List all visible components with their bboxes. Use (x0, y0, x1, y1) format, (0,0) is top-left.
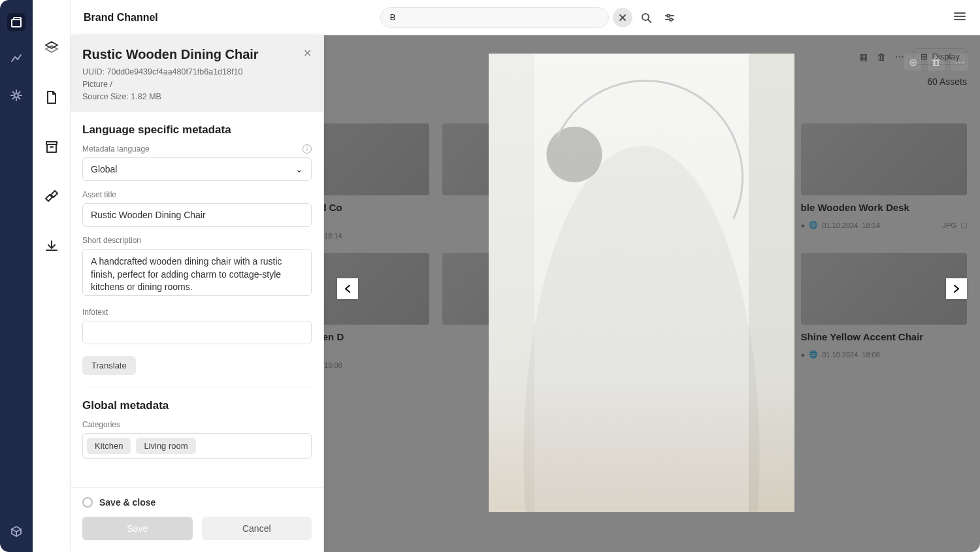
search-input[interactable] (380, 7, 609, 28)
section-global-header: Global metadata (82, 399, 312, 412)
details-panel: Rustic Wooden Dining Chair ✕ UUID: 70dd0… (71, 35, 324, 552)
metadata-lang-label: Metadata language (82, 144, 150, 154)
category-chip[interactable]: Kitchen (87, 438, 131, 454)
svg-point-16 (667, 14, 670, 17)
asset-title-label: Asset title (82, 190, 116, 199)
preview-image (489, 54, 794, 512)
search-icon[interactable] (636, 8, 656, 27)
svg-rect-1 (14, 18, 21, 20)
nav-rail (0, 0, 33, 552)
rail-cube-icon[interactable] (7, 522, 25, 540)
link-icon[interactable] (40, 185, 63, 208)
tool-column (33, 0, 71, 552)
menu-icon[interactable] (953, 9, 967, 26)
panel-title: Rustic Wooden Dining Chair (82, 47, 310, 62)
category-chip[interactable]: Living room (136, 438, 195, 454)
top-bar: Brand Channel (71, 0, 980, 35)
archive-icon[interactable] (40, 135, 63, 159)
overlay-delete-icon[interactable]: 🗑 (928, 54, 945, 71)
infotext-input[interactable] (82, 321, 312, 344)
next-asset-button[interactable] (946, 278, 967, 299)
chevron-down-icon: ⌄ (295, 164, 303, 174)
rail-settings-icon[interactable] (7, 86, 25, 105)
metadata-lang-select[interactable]: Global ⌄ (82, 157, 312, 181)
cancel-button[interactable]: Cancel (202, 517, 312, 540)
search-clear-icon[interactable] (613, 8, 632, 27)
brand-title: Brand Channel (84, 12, 158, 24)
overlay-more-icon[interactable]: ⋯ (951, 54, 968, 71)
svg-point-2 (14, 93, 18, 97)
info-icon[interactable]: i (302, 144, 312, 154)
infotext-label: Infotext (82, 308, 108, 317)
categories-input[interactable]: Kitchen Living room (82, 433, 312, 459)
rail-library-icon[interactable] (7, 13, 25, 31)
translate-button[interactable]: Translate (82, 356, 136, 375)
layers-icon[interactable] (40, 36, 63, 59)
type-line: Picture / (82, 78, 310, 91)
download-icon[interactable] (40, 235, 63, 258)
asset-preview (489, 54, 794, 512)
size-line: Source Size: 1.82 MB (82, 91, 310, 103)
section-lang-header: Language specific metadata (82, 123, 312, 137)
close-icon[interactable]: ✕ (303, 47, 312, 59)
asset-title-input[interactable] (82, 203, 312, 227)
save-button[interactable]: Save (82, 517, 193, 540)
short-desc-label: Short description (82, 236, 141, 245)
svg-line-13 (648, 20, 651, 22)
categories-label: Categories (82, 420, 120, 429)
prev-asset-button[interactable] (337, 278, 358, 299)
tune-icon[interactable] (660, 8, 679, 27)
metadata-lang-value: Global (91, 164, 117, 174)
svg-rect-8 (47, 144, 56, 152)
uuid-line: UUID: 70dd0e9439cf4aa480f71fb6a1d18f10 (82, 66, 310, 78)
document-icon[interactable] (40, 86, 63, 109)
svg-point-17 (670, 18, 672, 21)
divider (82, 387, 312, 387)
save-close-label: Save & close (99, 497, 155, 508)
svg-rect-0 (12, 20, 21, 27)
overlay-add-icon[interactable]: ⊕ (904, 54, 921, 71)
save-close-radio[interactable] (82, 497, 93, 508)
short-desc-input[interactable] (82, 249, 312, 296)
rail-analytics-icon[interactable] (7, 50, 25, 68)
